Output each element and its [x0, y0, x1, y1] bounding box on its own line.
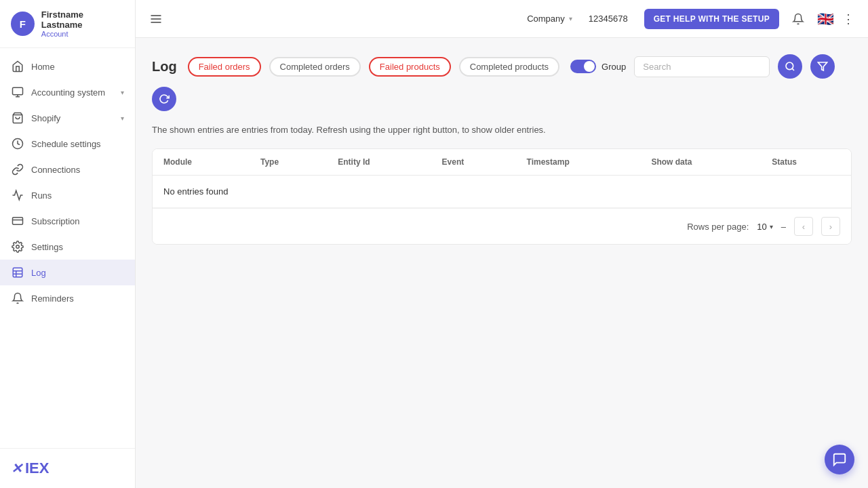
log-table-container: Module Type Entity Id Event Timestamp Sh… [152, 148, 852, 245]
sidebar-item-label: Reminders [31, 293, 74, 304]
sidebar-item-label: Connections [31, 165, 80, 175]
sidebar-item-connections[interactable]: Connections [0, 157, 135, 182]
svg-rect-0 [13, 87, 23, 95]
log-icon [11, 266, 24, 279]
col-module: Module [153, 149, 250, 176]
col-timestamp: Timestamp [516, 149, 641, 176]
col-status: Status [761, 149, 851, 176]
settings-icon [11, 240, 24, 253]
group-label: Group [601, 62, 626, 72]
filter-failed-products[interactable]: Failed products [369, 57, 451, 77]
main-area: Company ▾ 12345678 GET HELP WITH THE SET… [136, 0, 868, 488]
logo-icon: ✕ [11, 460, 22, 476]
sidebar-item-runs[interactable]: Runs [0, 182, 135, 208]
table-header: Module Type Entity Id Event Timestamp Sh… [153, 149, 851, 176]
refresh-button[interactable] [152, 87, 176, 111]
sidebar-item-label: Home [31, 62, 55, 72]
svg-rect-8 [13, 268, 22, 277]
sidebar-item-schedule[interactable]: Schedule settings [0, 131, 135, 157]
logo: ✕ IEX [11, 460, 124, 477]
subscription-icon [11, 214, 24, 228]
sidebar-item-label: Subscription [31, 216, 80, 226]
prev-page-button[interactable]: ‹ [794, 217, 813, 236]
content-header: Log Failed orders Completed orders Faile… [152, 54, 852, 111]
rows-per-page-label: Rows per page: [687, 222, 749, 232]
search-input[interactable] [634, 56, 770, 77]
svg-point-7 [16, 245, 20, 249]
sidebar-item-home[interactable]: Home [0, 54, 135, 79]
company-id: 12345678 [589, 14, 628, 24]
filter-failed-orders[interactable]: Failed orders [188, 57, 261, 77]
col-show-data: Show data [640, 149, 761, 176]
home-icon [11, 60, 24, 73]
group-toggle[interactable]: Group [570, 60, 626, 73]
filter-completed-orders[interactable]: Completed orders [269, 57, 361, 77]
sidebar-item-reminders[interactable]: Reminders [0, 285, 135, 311]
col-event: Event [431, 149, 516, 176]
help-button[interactable]: GET HELP WITH THE SETUP [644, 9, 779, 29]
runs-icon [11, 188, 24, 202]
chevron-down-icon: ▾ [121, 89, 124, 96]
page-title: Log [152, 59, 177, 75]
sidebar-item-settings[interactable]: Settings [0, 234, 135, 260]
sidebar-item-label: Accounting system [31, 87, 105, 98]
user-role: Account [41, 30, 124, 38]
avatar: F [11, 12, 35, 36]
filter-button[interactable] [810, 54, 835, 79]
sidebar-item-label: Runs [31, 190, 52, 201]
sidebar-item-label: Log [31, 268, 46, 278]
rows-value: 10 [757, 222, 766, 232]
sidebar-item-label: Settings [31, 242, 63, 252]
reminders-icon [11, 291, 24, 305]
page-range: – [781, 222, 786, 232]
sidebar-item-accounting[interactable]: Accounting system ▾ [0, 79, 135, 105]
accounting-icon [11, 85, 24, 99]
company-selector[interactable]: Company ▾ [527, 14, 572, 24]
hamburger-menu[interactable] [149, 12, 163, 26]
empty-message: No entries found [153, 176, 851, 208]
svg-point-15 [786, 62, 793, 70]
col-type: Type [250, 149, 327, 176]
rows-per-page-select[interactable]: 10 ▾ [757, 222, 772, 232]
table-body: No entries found [153, 176, 851, 208]
chevron-down-icon: ▾ [121, 115, 124, 122]
connections-icon [11, 163, 24, 176]
filter-completed-products[interactable]: Completed products [459, 57, 559, 77]
sidebar-footer: ✕ IEX [0, 448, 135, 488]
table-header-row: Module Type Entity Id Event Timestamp Sh… [153, 149, 851, 176]
shopify-icon [11, 111, 24, 125]
next-page-button[interactable]: › [821, 217, 840, 236]
col-entity-id: Entity Id [327, 149, 431, 176]
svg-line-16 [792, 68, 794, 70]
info-text: The shown entries are entries from today… [152, 125, 852, 135]
more-options-icon[interactable]: ⋮ [842, 12, 854, 26]
language-flag[interactable]: 🇬🇧 [817, 11, 834, 27]
sidebar-item-log[interactable]: Log [0, 260, 135, 285]
chat-button[interactable] [825, 445, 854, 474]
toggle-thumb [584, 61, 595, 72]
sidebar-item-subscription[interactable]: Subscription [0, 208, 135, 234]
company-label: Company [527, 14, 565, 24]
user-name: Firstname Lastname [41, 9, 124, 30]
svg-rect-5 [13, 218, 23, 225]
table-empty-row: No entries found [153, 176, 851, 208]
logo-text: IEX [25, 460, 49, 477]
sidebar-navigation: Home Accounting system ▾ Shopify ▾ Sched… [0, 48, 135, 448]
user-info: Firstname Lastname Account [41, 9, 124, 38]
sidebar-item-shopify[interactable]: Shopify ▾ [0, 105, 135, 131]
sidebar-item-label: Shopify [31, 113, 60, 123]
sidebar-header: F Firstname Lastname Account [0, 0, 135, 48]
topbar: Company ▾ 12345678 GET HELP WITH THE SET… [136, 0, 868, 38]
search-button[interactable] [778, 54, 802, 79]
sidebar-item-label: Schedule settings [31, 139, 101, 149]
log-table: Module Type Entity Id Event Timestamp Sh… [153, 149, 851, 208]
svg-marker-17 [818, 62, 827, 70]
notification-icon[interactable] [787, 8, 809, 30]
content-area: Log Failed orders Completed orders Faile… [136, 38, 868, 488]
pagination-row: Rows per page: 10 ▾ – ‹ › [153, 208, 851, 244]
chevron-down-icon: ▾ [569, 15, 572, 22]
toggle-track[interactable] [570, 60, 596, 73]
schedule-icon [11, 137, 24, 150]
sidebar: F Firstname Lastname Account Home Accoun… [0, 0, 136, 488]
rows-dropdown-icon: ▾ [770, 223, 773, 230]
